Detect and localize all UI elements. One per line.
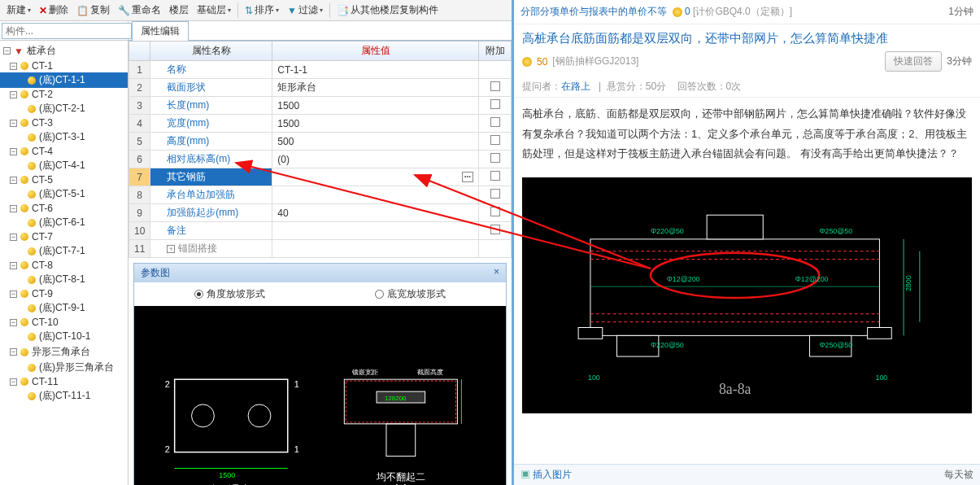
tree-leaf[interactable]: (底)CT-5-1	[0, 186, 128, 202]
post-title[interactable]: 高桩承台底筋面筋都是双层双向，还带中部网片，怎么算简单快捷准	[522, 31, 888, 46]
checkbox[interactable]	[490, 189, 500, 199]
tree-leaf[interactable]: (底)CT-10-1	[0, 329, 128, 344]
tree-leaf[interactable]: (底)CT-6-1	[0, 215, 128, 230]
collapse-icon[interactable]: −	[10, 348, 17, 356]
svg-rect-31	[707, 215, 763, 239]
quick-reply-button[interactable]: 快速回答	[885, 51, 942, 72]
tree-leaf[interactable]: (底)CT-1-1	[0, 72, 128, 88]
more-button[interactable]: ···	[462, 172, 473, 182]
tree-leaf[interactable]: (底)CT-4-1	[0, 158, 128, 173]
checkbox[interactable]	[490, 99, 500, 109]
tree-leaf[interactable]: (底)CT-8-1	[0, 272, 128, 287]
bullet-icon	[28, 190, 36, 199]
tree-node[interactable]: −CT-11	[0, 375, 128, 388]
tree-node[interactable]: −CT-6	[0, 202, 128, 215]
tree-node[interactable]: −CT-10	[0, 316, 128, 329]
checkbox[interactable]	[490, 135, 500, 145]
checkbox[interactable]	[490, 171, 500, 181]
collapse-icon[interactable]: −	[10, 291, 17, 298]
col-value: 属性值	[272, 42, 479, 61]
rename-button[interactable]: 🔧重命名	[115, 2, 164, 20]
tree-leaf[interactable]: (底)CT-2-1	[0, 101, 128, 116]
tree-node[interactable]: −CT-7	[0, 230, 128, 243]
prop-row[interactable]: 1名称CT-1-1	[129, 61, 512, 79]
tree-leaf[interactable]: (底)异形三角承台	[0, 360, 128, 375]
rename-icon: 🔧	[118, 5, 130, 16]
svg-text:1: 1	[294, 379, 299, 389]
tree-node[interactable]: −CT-1	[0, 59, 128, 72]
bc-title[interactable]: 分部分项单价与报表中的单价不等	[520, 6, 667, 17]
prop-row[interactable]: 5高度(mm)500	[129, 133, 512, 151]
tree-node[interactable]: −CT-8	[0, 259, 128, 272]
checkbox[interactable]	[490, 81, 500, 91]
prop-row[interactable]: 7其它钢筋···	[129, 168, 512, 186]
tree-node[interactable]: −CT-9	[0, 287, 128, 300]
prop-row[interactable]: 3长度(mm)1500	[129, 97, 512, 115]
copyfrom-button[interactable]: 📑从其他楼层复制构件	[333, 2, 442, 20]
collapse-icon[interactable]: −	[10, 205, 17, 212]
prop-row[interactable]: 10备注	[129, 222, 512, 240]
tree-leaf[interactable]: (底)CT-3-1	[0, 129, 128, 145]
tree-node[interactable]: −CT-2	[0, 88, 128, 101]
radio-width[interactable]: 底宽放坡形式	[375, 287, 446, 301]
collapse-icon[interactable]: −	[10, 91, 17, 98]
tree-leaf[interactable]: (底)CT-9-1	[0, 300, 128, 316]
collapse-icon[interactable]: −	[10, 319, 17, 326]
tab-props[interactable]: 属性编辑	[132, 21, 189, 41]
checkbox[interactable]	[490, 225, 500, 234]
svg-text:128200: 128200	[385, 395, 407, 402]
collapse-icon[interactable]: −	[10, 378, 17, 386]
sort-button[interactable]: ⇅排序▾	[242, 2, 282, 20]
prop-row[interactable]: 9加强筋起步(mm)40	[129, 204, 512, 222]
collapse-icon[interactable]: −	[10, 234, 17, 241]
filter-button[interactable]: ▼过滤▾	[284, 2, 326, 20]
checkbox[interactable]	[490, 153, 500, 163]
radio-angle[interactable]: 角度放坡形式	[194, 287, 265, 301]
collapse-icon[interactable]: −	[10, 177, 17, 184]
svg-text:Φ250@50: Φ250@50	[819, 341, 852, 349]
collapse-icon[interactable]: −	[10, 120, 17, 127]
tree-leaf[interactable]: (底)CT-11-1	[0, 388, 128, 404]
col-add: 附加	[479, 42, 512, 61]
delete-button[interactable]: ✕删除	[36, 2, 72, 20]
prop-row[interactable]: 4宽度(mm)1500	[129, 115, 512, 133]
collapse-icon[interactable]: −	[10, 63, 17, 70]
svg-text:1: 1	[294, 444, 299, 454]
prop-row[interactable]: 6相对底标高(m)(0)	[129, 151, 512, 168]
tree-node[interactable]: −CT-3	[0, 116, 128, 129]
checkbox[interactable]	[490, 117, 500, 127]
tree-node[interactable]: −CT-4	[0, 145, 128, 158]
tree-panel: 🔍 − ▼ 桩承台 −CT-1(底)CT-1-1−CT-2(底)CT-2-1−C…	[0, 21, 128, 485]
base-combo[interactable]: 基础层▾	[194, 2, 234, 20]
close-icon[interactable]: ×	[494, 266, 499, 277]
collapse-icon[interactable]: −	[10, 262, 17, 269]
author-link[interactable]: 在路上	[561, 81, 590, 92]
bullet-icon	[20, 318, 28, 326]
svg-text:Φ12@200: Φ12@200	[795, 275, 829, 283]
prop-row[interactable]: 2截面形状矩形承台	[129, 79, 512, 97]
bullet-icon	[20, 261, 28, 269]
expand-icon[interactable]: +	[167, 245, 175, 253]
bullet-icon	[20, 90, 28, 98]
tree-search-input[interactable]	[2, 23, 132, 39]
svg-rect-14	[386, 424, 416, 457]
checkbox[interactable]	[490, 207, 500, 216]
insert-image-button[interactable]: ▣ 插入图片	[520, 468, 572, 482]
bullet-icon	[20, 378, 28, 386]
floor-button[interactable]: 楼层	[166, 2, 192, 20]
bullet-icon	[28, 219, 36, 227]
tree-leaf[interactable]: (底)CT-7-1	[0, 243, 128, 259]
new-button[interactable]: 新建▾	[3, 2, 34, 20]
copy-button[interactable]: 📋复制	[73, 2, 113, 20]
bullet-icon	[28, 105, 36, 113]
bullet-icon	[28, 276, 36, 284]
tree-node[interactable]: −CT-5	[0, 173, 128, 186]
filter-icon: ▼	[287, 5, 297, 16]
tree-node[interactable]: −异形三角承台	[0, 344, 128, 360]
collapse-icon[interactable]: −	[3, 47, 11, 55]
prop-row[interactable]: 8承台单边加强筋	[129, 186, 512, 204]
collapse-icon[interactable]: −	[10, 148, 17, 155]
tree-root[interactable]: − ▼ 桩承台	[0, 42, 128, 59]
svg-text:8a-8a: 8a-8a	[719, 382, 751, 398]
post-image: Φ220@50 Φ250@50 Φ12@200 Φ12@200 Φ220@50 …	[522, 177, 972, 413]
